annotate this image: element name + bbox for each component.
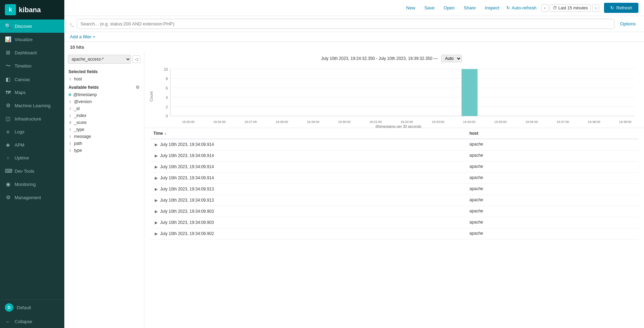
sidebar-item-discover[interactable]: 🔍Discover (0, 19, 64, 33)
field-type-icon: t (69, 77, 72, 81)
sidebar-item-infrastructure[interactable]: ◫Infrastructure (0, 112, 64, 125)
time-range-picker[interactable]: ⏱ Last 15 minutes (550, 4, 591, 12)
field-name-label: path (74, 141, 140, 146)
search-bar: ›_ Options (64, 16, 644, 32)
panel-collapse-button[interactable]: ◁ (132, 55, 140, 63)
col-header-time[interactable]: Time ↓ (150, 128, 466, 139)
search-prompt-icon: ›_ (70, 21, 74, 26)
sidebar-label-dev-tools: Dev Tools (15, 169, 34, 174)
add-filter-button[interactable]: Add a filter + (70, 34, 95, 39)
expand-row-button[interactable]: ▶ (153, 153, 159, 159)
field-type-icon: t (69, 142, 72, 146)
available-field-_score[interactable]: #_score (64, 119, 144, 126)
sidebar-label-visualize: Visualize (15, 37, 33, 42)
index-selector: apache_access-* ◁ (68, 55, 140, 64)
available-field-type[interactable]: ttype (64, 147, 144, 154)
col-header-host[interactable]: host (466, 128, 638, 139)
sidebar-user-item[interactable]: D Default (0, 300, 64, 315)
refresh-icon: ↻ (610, 5, 614, 10)
field-name-label: _score (74, 120, 140, 125)
dashboard-icon: ⊞ (5, 49, 11, 56)
inspect-button[interactable]: Inspect (483, 4, 501, 12)
sidebar-item-uptime[interactable]: ↑Uptime (0, 151, 64, 164)
top-bar: New Save Open Share Inspect ↻ Auto-refre… (64, 0, 644, 16)
open-button[interactable]: Open (442, 4, 457, 12)
svg-text:19:30:00: 19:30:00 (338, 120, 351, 124)
available-field-path[interactable]: tpath (64, 140, 144, 147)
hits-count: 10 hits (64, 42, 644, 51)
uptime-icon: ↑ (5, 155, 11, 161)
sidebar-item-apm[interactable]: ◈APM (0, 138, 64, 151)
expand-row-button[interactable]: ▶ (153, 231, 159, 237)
available-field-_type[interactable]: t_type (64, 126, 144, 133)
time-prev-button[interactable]: ‹ (541, 4, 548, 12)
cell-host: apache (466, 173, 638, 184)
table-row: ▶ July 10th 2023, 19:34:09.903 apache (150, 217, 638, 228)
selected-field-host[interactable]: thost (64, 76, 144, 83)
interval-select[interactable]: Auto1s5s10s30s1m5m (441, 55, 462, 62)
sidebar-item-dashboard[interactable]: ⊞Dashboard (0, 46, 64, 59)
cell-time: ▶ July 10th 2023, 19:34:09.903 (150, 217, 466, 228)
cell-host: apache (466, 150, 638, 162)
sidebar-bottom: D Default ← Collapse (0, 299, 64, 328)
available-fields-header: Available fields ⚙ (64, 83, 144, 91)
index-pattern-select[interactable]: apache_access-* (68, 55, 131, 64)
expand-row-button[interactable]: ▶ (153, 220, 159, 226)
sidebar-item-canvas[interactable]: ◧Canvas (0, 73, 64, 86)
auto-refresh-button[interactable]: ↻ Auto-refresh (506, 5, 537, 10)
table-row: ▶ July 10th 2023, 19:34:09.914 apache (150, 139, 638, 150)
sidebar-item-dev-tools[interactable]: ⌨Dev Tools (0, 164, 64, 178)
field-type-icon: t (69, 128, 72, 132)
expand-row-button[interactable]: ▶ (153, 164, 159, 170)
field-name-label: type (74, 148, 140, 153)
field-type-icon: # (69, 121, 72, 125)
cell-host: apache (466, 195, 638, 206)
chart-header: July 10th 2023, 19:24:32.350 - July 10th… (144, 55, 638, 62)
svg-text:8: 8 (166, 77, 168, 81)
sidebar-item-machine-learning[interactable]: ⚙Machine Learning (0, 99, 64, 112)
expand-row-button[interactable]: ▶ (153, 209, 159, 214)
available-field-_id[interactable]: t_id (64, 105, 144, 112)
table-row: ▶ July 10th 2023, 19:34:09.902 apache (150, 228, 638, 240)
time-next-button[interactable]: › (592, 4, 599, 12)
refresh-button[interactable]: ↻ Refresh (604, 3, 638, 13)
share-button[interactable]: Share (462, 4, 478, 12)
options-button[interactable]: Options (617, 20, 638, 28)
svg-text:19:38:00: 19:38:00 (588, 120, 600, 124)
apm-icon: ◈ (5, 142, 11, 148)
field-name-label: message (74, 134, 140, 139)
search-input[interactable] (77, 19, 615, 29)
expand-row-button[interactable]: ▶ (153, 197, 159, 203)
available-field-message[interactable]: tmessage (64, 133, 144, 140)
sidebar-item-timelion[interactable]: 〜Timelion (0, 59, 64, 73)
canvas-icon: ◧ (5, 76, 11, 83)
svg-text:19:25:00: 19:25:00 (182, 120, 194, 124)
collapse-icon: ← (5, 319, 11, 325)
cell-time: ▶ July 10th 2023, 19:34:09.902 (150, 228, 466, 240)
field-name-label: @version (74, 99, 140, 104)
sidebar-label-timelion: Timelion (15, 63, 32, 69)
svg-text:4: 4 (166, 96, 168, 100)
logo-label: kibana (19, 6, 41, 14)
expand-row-button[interactable]: ▶ (153, 186, 159, 192)
discover-icon: 🔍 (5, 23, 11, 29)
expand-row-button[interactable]: ▶ (153, 142, 159, 148)
new-button[interactable]: New (404, 4, 417, 12)
field-type-icon: t (69, 107, 72, 111)
available-field-_index[interactable]: t_index (64, 112, 144, 119)
available-field-@version[interactable]: t@version (64, 98, 144, 105)
sidebar-item-monitoring[interactable]: ◉Monitoring (0, 178, 64, 191)
expand-row-button[interactable]: ▶ (153, 175, 159, 181)
sidebar-item-visualize[interactable]: 📊Visualize (0, 33, 64, 46)
sidebar-label-infrastructure: Infrastructure (15, 116, 41, 122)
table-row: ▶ July 10th 2023, 19:34:09.914 apache (150, 162, 638, 173)
settings-gear-icon[interactable]: ⚙ (136, 85, 140, 90)
sidebar-item-collapse[interactable]: ← Collapse (0, 315, 64, 328)
available-field-@timestamp[interactable]: @timestamp (64, 91, 144, 98)
sidebar-item-logs[interactable]: ≡Logs (0, 125, 64, 138)
save-button[interactable]: Save (422, 4, 437, 12)
sidebar-item-management[interactable]: ⚙Management (0, 191, 64, 204)
cell-time: ▶ July 10th 2023, 19:34:09.913 (150, 184, 466, 195)
sidebar-item-maps[interactable]: 🗺Maps (0, 86, 64, 99)
chart-svg: 10 8 6 4 2 0 19:25:00 19:26:00 19:27:00 … (158, 65, 638, 128)
